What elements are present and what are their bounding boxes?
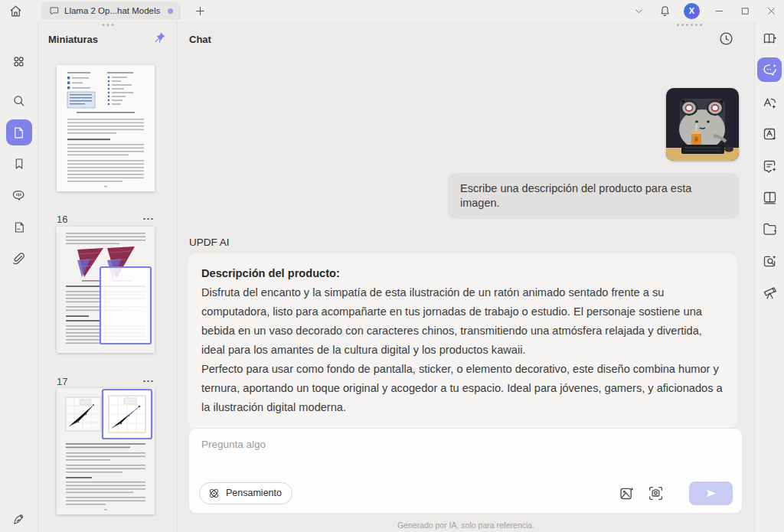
close-icon — [766, 6, 776, 16]
reader-layout-icon — [762, 190, 778, 206]
translate-box-icon — [762, 126, 778, 142]
ai-folder-icon — [762, 221, 778, 237]
page-17-more-button[interactable] — [142, 377, 155, 386]
telescope-icon — [762, 285, 778, 301]
page-16-more-button[interactable] — [142, 215, 155, 224]
chat-history-button[interactable] — [718, 31, 734, 47]
add-image-icon[interactable] — [619, 485, 635, 501]
new-tab-button[interactable] — [191, 2, 208, 19]
svg-text:茶: 茶 — [694, 136, 699, 142]
minimize-icon — [714, 6, 724, 16]
ai-response-paragraph: Disfruta del encanto y la simpatía de es… — [201, 283, 724, 360]
send-icon — [704, 487, 717, 500]
thumbnail-page-16[interactable] — [57, 65, 155, 191]
chat-title: Chat — [189, 34, 211, 45]
user-attached-image[interactable]: 茶 — [666, 88, 739, 161]
dropdown-button[interactable] — [626, 0, 652, 21]
ai-reader-button[interactable] — [757, 26, 782, 51]
chat-drag-handle[interactable] — [677, 24, 702, 26]
ai-chat-icon — [762, 62, 778, 78]
history-clock-icon — [718, 31, 734, 47]
home-button[interactable] — [0, 0, 31, 21]
thinking-mode-label: Pensamiento — [226, 488, 282, 498]
comment-icon — [11, 188, 26, 203]
ai-response-card: Descripción del producto: Disfruta del e… — [188, 253, 737, 429]
unsaved-dot — [168, 8, 173, 14]
screenshot-icon[interactable] — [648, 485, 664, 501]
minimize-button[interactable] — [706, 0, 732, 21]
close-button[interactable] — [758, 0, 784, 21]
signature-pen-icon — [11, 512, 26, 527]
search-icon — [11, 93, 26, 108]
ai-disclaimer: Generado por IA, solo para referencia. — [178, 521, 754, 530]
chat-doc-icon — [49, 5, 60, 16]
search-button[interactable] — [6, 87, 32, 113]
page-number: 17 — [57, 376, 67, 387]
plus-icon — [194, 5, 206, 17]
page-16-preview — [57, 65, 155, 191]
maximize-button[interactable] — [732, 0, 758, 21]
bookmarks-button[interactable] — [6, 151, 32, 177]
attachments-button[interactable] — [6, 246, 32, 272]
thinking-atom-icon — [207, 487, 220, 500]
translate-document-button[interactable] — [757, 122, 782, 146]
page-18-preview — [57, 388, 155, 514]
ai-response-heading: Descripción del producto: — [201, 264, 724, 283]
chevron-down-icon — [634, 6, 644, 16]
ai-response-paragraph: Perfecto para usar como fondo de pantall… — [201, 360, 724, 417]
left-toolbar — [0, 21, 38, 532]
chat-input-card: Pensamiento — [188, 428, 743, 514]
organize-pages-icon — [12, 220, 26, 234]
explore-button[interactable] — [757, 280, 782, 305]
page-17-preview — [57, 227, 155, 353]
ai-sender-label: UPDF AI — [189, 237, 230, 248]
signature-button[interactable] — [6, 506, 32, 532]
ai-note-icon — [762, 158, 778, 175]
thumbnail-page-18[interactable] — [57, 388, 155, 514]
thumbnails-panel: Miniaturas — [38, 21, 178, 532]
ai-files-button[interactable] — [757, 217, 782, 241]
ai-summary-button[interactable] — [757, 154, 782, 178]
apps-grid-icon — [11, 54, 26, 69]
tab-title: Llama 2 Op...hat Models — [64, 6, 160, 15]
pin-panel-button[interactable] — [153, 31, 166, 47]
avatar[interactable]: X — [684, 3, 700, 19]
mouse-illustration: 茶 — [666, 88, 739, 161]
apps-grid-button[interactable] — [6, 48, 32, 74]
panel-drag-handle[interactable] — [102, 24, 113, 26]
home-icon — [8, 4, 23, 18]
thinking-mode-button[interactable]: Pensamiento — [199, 482, 292, 504]
ai-search-button[interactable] — [757, 249, 782, 273]
reader-mode-button[interactable] — [757, 185, 782, 210]
chat-panel: Chat 茶 Escribe — [178, 21, 754, 532]
user-message-bubble: Escribe una descripción del producto par… — [448, 173, 739, 219]
pin-icon — [153, 31, 166, 44]
thumbnails-panel-title: Miniaturas — [48, 34, 98, 45]
notifications-button[interactable] — [652, 0, 678, 21]
ai-search-box-icon — [762, 253, 778, 269]
comments-button[interactable] — [6, 182, 32, 208]
maximize-icon — [740, 6, 750, 16]
right-toolbar — [754, 21, 784, 532]
thumbnail-page-17[interactable] — [57, 227, 155, 353]
send-button[interactable] — [689, 481, 733, 505]
document-tab[interactable]: Llama 2 Op...hat Models — [41, 2, 181, 20]
paperclip-icon — [11, 252, 26, 266]
thumbnails-panel-button[interactable] — [6, 119, 32, 145]
bookmark-icon — [12, 157, 26, 171]
translate-button[interactable] — [757, 91, 782, 116]
translate-icon — [762, 96, 778, 112]
titlebar: Llama 2 Op...hat Models X — [0, 0, 784, 21]
ai-chat-button[interactable] — [757, 57, 782, 82]
organize-pages-button[interactable] — [6, 214, 32, 240]
page-thumbnails-icon — [11, 126, 26, 140]
page-number: 16 — [57, 214, 67, 225]
chat-input[interactable] — [189, 429, 742, 472]
ai-book-icon — [762, 31, 778, 47]
bell-icon — [658, 5, 671, 18]
